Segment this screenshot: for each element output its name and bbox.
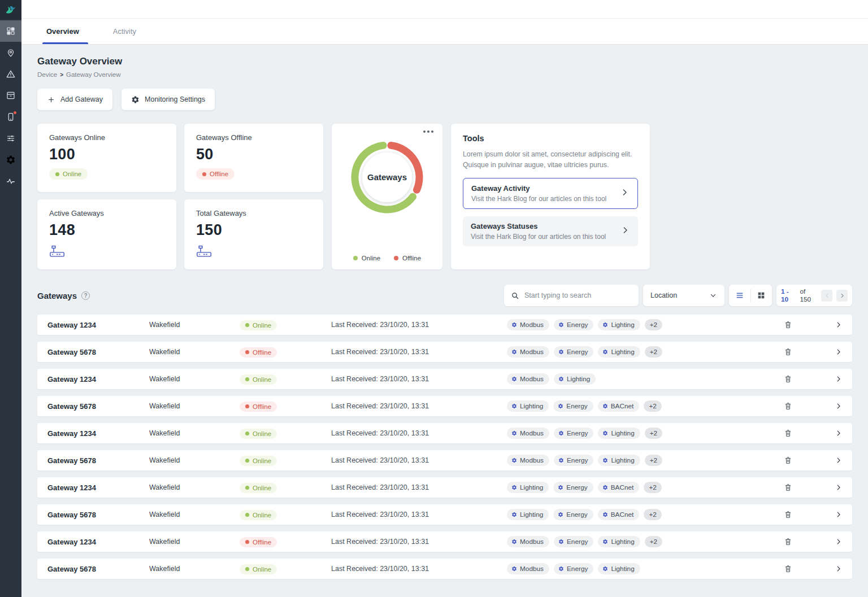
status-badge: Offline bbox=[196, 168, 235, 180]
gateway-location: Wakefield bbox=[149, 511, 240, 518]
row-chevron-icon[interactable] bbox=[833, 536, 844, 547]
status-dot-icon bbox=[245, 486, 249, 490]
gateway-name: Gateway 1234 bbox=[47, 538, 149, 546]
hark-bird-logo[interactable] bbox=[0, 0, 21, 19]
extra-tags-badge[interactable]: +2 bbox=[644, 509, 661, 520]
gateway-status-cell: Online bbox=[240, 509, 331, 520]
stat-card-gateways-offline: Gateways Offline 50 Offline bbox=[184, 124, 323, 192]
row-chevron-icon[interactable] bbox=[833, 509, 844, 520]
protocol-tag: BACnet bbox=[598, 400, 640, 412]
tool-item-gateway-activity[interactable]: Gateway Activity Visit the Hark Blog for… bbox=[463, 178, 638, 209]
plus-icon bbox=[47, 95, 55, 104]
table-row[interactable]: Gateway 1234 Wakefield Online Last Recei… bbox=[37, 423, 852, 443]
tab-overview[interactable]: Overview bbox=[44, 19, 81, 44]
sidebar-item-archive[interactable] bbox=[0, 85, 21, 106]
extra-tags-badge[interactable]: +2 bbox=[644, 482, 661, 493]
extra-tags-badge[interactable]: +2 bbox=[645, 455, 662, 466]
next-page-button[interactable] bbox=[836, 290, 848, 302]
table-row[interactable]: Gateway 1234 Wakefield Offline Last Rece… bbox=[37, 531, 852, 552]
gateway-name: Gateway 1234 bbox=[47, 483, 149, 492]
gear-icon bbox=[511, 403, 517, 409]
delete-icon[interactable] bbox=[782, 535, 794, 548]
sidebar-item-dashboard[interactable] bbox=[0, 20, 21, 42]
extra-tags-badge[interactable]: +2 bbox=[644, 400, 661, 412]
status-badge: Online bbox=[49, 168, 88, 180]
delete-icon[interactable] bbox=[782, 346, 794, 358]
delete-icon[interactable] bbox=[782, 454, 794, 467]
breadcrumb-current: Gateway Overview bbox=[66, 71, 121, 78]
breadcrumb-parent[interactable]: Device bbox=[37, 71, 57, 78]
location-filter-label: Location bbox=[650, 291, 677, 299]
status-dot-icon bbox=[245, 567, 249, 571]
status-dot-icon bbox=[245, 432, 249, 435]
gear-icon bbox=[602, 457, 608, 463]
delete-icon[interactable] bbox=[782, 373, 794, 385]
sidebar-item-devices[interactable] bbox=[0, 106, 21, 128]
tab-activity[interactable]: Activity bbox=[111, 19, 138, 44]
stat-value: 148 bbox=[49, 221, 75, 239]
gateway-status-cell: Offline bbox=[240, 536, 331, 547]
sidebar-item-settings[interactable] bbox=[0, 149, 21, 171]
row-chevron-icon[interactable] bbox=[833, 346, 844, 358]
protocol-tag: Energy bbox=[553, 400, 593, 412]
grid-view-button[interactable] bbox=[751, 285, 772, 306]
search-input[interactable] bbox=[524, 291, 632, 299]
protocol-tag: BACnet bbox=[598, 509, 640, 520]
help-icon[interactable]: ? bbox=[81, 291, 90, 300]
sidebar-item-locations[interactable] bbox=[0, 42, 21, 63]
sidebar-item-alerts[interactable] bbox=[0, 63, 21, 85]
table-row[interactable]: Gateway 1234 Wakefield Online Last Recei… bbox=[37, 315, 852, 335]
delete-icon[interactable] bbox=[782, 481, 794, 494]
gateway-location: Wakefield bbox=[149, 321, 240, 329]
table-row[interactable]: Gateway 5678 Wakefield Online Last Recei… bbox=[37, 559, 852, 579]
tools-description: Lorem ipsum dolor sit amet, consectetur … bbox=[463, 149, 638, 171]
monitoring-settings-button[interactable]: Monitoring Settings bbox=[121, 89, 215, 110]
row-chevron-icon[interactable] bbox=[833, 482, 844, 493]
delete-icon[interactable] bbox=[782, 319, 794, 331]
tag-list: ModbusEnergyLighting bbox=[507, 563, 754, 574]
tag-list: ModbusLighting bbox=[507, 373, 754, 385]
delete-icon[interactable] bbox=[782, 400, 794, 412]
row-chevron-icon[interactable] bbox=[833, 455, 844, 466]
sidebar-item-filters[interactable] bbox=[0, 128, 21, 149]
protocol-tag: Lighting bbox=[598, 346, 640, 358]
extra-tags-badge[interactable]: +2 bbox=[645, 346, 662, 358]
table-row[interactable]: Gateway 5678 Wakefield Online Last Recei… bbox=[37, 450, 852, 470]
stat-value: 50 bbox=[196, 146, 214, 163]
row-chevron-icon[interactable] bbox=[833, 563, 844, 574]
delete-icon[interactable] bbox=[782, 427, 794, 439]
tools-card: Tools Lorem ipsum dolor sit amet, consec… bbox=[451, 124, 650, 269]
row-chevron-icon[interactable] bbox=[833, 400, 844, 412]
sidebar-item-activity[interactable] bbox=[0, 171, 21, 192]
list-view-button[interactable] bbox=[729, 285, 750, 306]
gateway-name: Gateway 5678 bbox=[47, 402, 149, 411]
last-received: Last Received: 23/10/20, 13:31 bbox=[331, 375, 507, 383]
delete-icon[interactable] bbox=[782, 508, 794, 521]
gear-icon bbox=[511, 349, 517, 355]
card-menu-icon[interactable] bbox=[421, 128, 436, 135]
table-row[interactable]: Gateway 1234 Wakefield Online Last Recei… bbox=[37, 369, 852, 389]
stat-card-active-gateways: Active Gateways 148 bbox=[37, 199, 176, 269]
stat-label: Active Gateways bbox=[49, 209, 104, 217]
table-row[interactable]: Gateway 5678 Wakefield Offline Last Rece… bbox=[37, 396, 852, 416]
add-gateway-button[interactable]: Add Gateway bbox=[37, 89, 112, 110]
row-chevron-icon[interactable] bbox=[833, 428, 844, 439]
tool-item-gateways-statuses[interactable]: Gateways Statuses Visit the Hark Blog fo… bbox=[463, 216, 638, 246]
row-chevron-icon[interactable] bbox=[833, 373, 844, 385]
protocol-tag: Lighting bbox=[554, 373, 596, 385]
location-filter-dropdown[interactable]: Location bbox=[643, 285, 724, 306]
status-badge: Offline bbox=[240, 402, 277, 412]
gateway-status-cell: Offline bbox=[240, 346, 331, 358]
extra-tags-badge[interactable]: +2 bbox=[645, 536, 662, 547]
page-title: Gateway Overview bbox=[37, 56, 852, 67]
gateway-status-cell: Offline bbox=[240, 400, 331, 412]
gateway-location: Wakefield bbox=[149, 402, 240, 410]
extra-tags-badge[interactable]: +2 bbox=[645, 428, 662, 439]
table-row[interactable]: Gateway 5678 Wakefield Offline Last Rece… bbox=[37, 342, 852, 362]
previous-page-button[interactable] bbox=[821, 290, 832, 302]
table-row[interactable]: Gateway 1234 Wakefield Online Last Recei… bbox=[37, 477, 852, 498]
extra-tags-badge[interactable]: +2 bbox=[645, 319, 662, 330]
delete-icon[interactable] bbox=[782, 563, 794, 575]
row-chevron-icon[interactable] bbox=[833, 319, 844, 330]
table-row[interactable]: Gateway 5678 Wakefield Online Last Recei… bbox=[37, 504, 852, 525]
